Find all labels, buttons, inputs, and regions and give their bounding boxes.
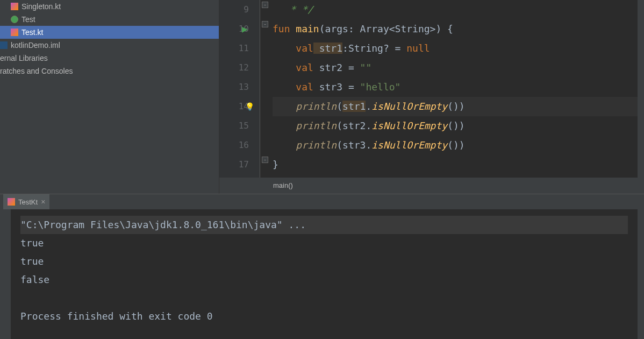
file-label: ernal Libraries bbox=[0, 54, 48, 62]
fold-down-icon[interactable]: - bbox=[262, 21, 268, 27]
run-tabs: TestKt × bbox=[0, 194, 644, 209]
run-gutter-icon[interactable]: ▶ bbox=[242, 19, 248, 39]
external-libraries[interactable]: ernal Libraries bbox=[0, 52, 219, 65]
gutter-line: 12 bbox=[219, 58, 249, 77]
breadcrumb-item[interactable]: main() bbox=[273, 181, 293, 189]
gutter-line: 16 bbox=[219, 136, 249, 155]
gutter-line: 13 bbox=[219, 77, 249, 97]
fold-up-icon[interactable]: - bbox=[262, 157, 268, 163]
iml-file-icon bbox=[0, 41, 8, 49]
file-label: ratches and Consoles bbox=[0, 67, 73, 75]
close-tab-icon[interactable]: × bbox=[41, 197, 45, 206]
run-panel: TestKt × "C:\Program Files\Java\jdk1.8.0… bbox=[0, 194, 644, 339]
gutter-line: 9 bbox=[219, 0, 249, 19]
code-line: println(str3.isNullOrEmpty()) bbox=[273, 136, 638, 155]
top-section: Singleton.kt Test Test.kt kotlinDemo.iml… bbox=[0, 0, 644, 194]
run-tab-label: TestKt bbox=[18, 198, 38, 206]
console-output[interactable]: "C:\Program Files\Java\jdk1.8.0_161\bin\… bbox=[11, 209, 638, 339]
code-line: println(str2.isNullOrEmpty()) bbox=[273, 116, 638, 136]
console-exit-line: Process finished with exit code 0 bbox=[20, 307, 628, 326]
file-label: Singleton.kt bbox=[22, 2, 61, 11]
fold-up-icon[interactable]: - bbox=[262, 2, 268, 8]
file-label: kotlinDemo.iml bbox=[11, 41, 60, 50]
gutter-line: 10▶ bbox=[219, 19, 249, 39]
kotlin-run-icon bbox=[8, 198, 15, 206]
file-label: Test bbox=[22, 15, 35, 24]
file-item-test[interactable]: Test bbox=[0, 13, 219, 26]
console-line: true bbox=[20, 252, 628, 271]
console-line bbox=[20, 289, 628, 307]
gutter-line: 11 bbox=[219, 39, 249, 58]
kotlin-class-icon bbox=[11, 16, 18, 23]
kotlin-file-icon bbox=[11, 29, 18, 36]
line-gutter[interactable]: 9 10▶ 11 12 13 14💡 15 16 17 bbox=[219, 0, 260, 178]
run-tab-testkt[interactable]: TestKt × bbox=[3, 194, 49, 209]
code-line: val str2 = "" bbox=[273, 58, 638, 77]
code-content[interactable]: * */ fun main(args: Array<String>) { val… bbox=[269, 0, 638, 178]
console-scrollbar[interactable] bbox=[638, 209, 644, 339]
gutter-line: 17 bbox=[219, 155, 249, 174]
gutter-line: 15 bbox=[219, 116, 249, 136]
console-line: true bbox=[20, 234, 628, 252]
code-line: fun main(args: Array<String>) { bbox=[273, 19, 638, 39]
file-item-iml[interactable]: kotlinDemo.iml bbox=[0, 39, 219, 52]
editor-area: 9 10▶ 11 12 13 14💡 15 16 17 - - - * */ f… bbox=[219, 0, 644, 194]
console-toolbar[interactable] bbox=[0, 209, 11, 339]
code-line: } bbox=[273, 155, 638, 174]
code-line: * */ bbox=[273, 0, 638, 19]
scratches-consoles[interactable]: ratches and Consoles bbox=[0, 65, 219, 77]
file-label: Test.kt bbox=[22, 28, 43, 37]
code-line: val str1:String? = null bbox=[273, 39, 638, 58]
editor-scrollbar[interactable] bbox=[638, 0, 644, 178]
console-line: false bbox=[20, 271, 628, 289]
gutter-line: 14💡 bbox=[219, 97, 249, 116]
kotlin-file-icon bbox=[11, 3, 18, 10]
fold-column[interactable]: - - - bbox=[260, 0, 269, 178]
project-sidebar[interactable]: Singleton.kt Test Test.kt kotlinDemo.iml… bbox=[0, 0, 219, 194]
code-section: 9 10▶ 11 12 13 14💡 15 16 17 - - - * */ f… bbox=[219, 0, 644, 178]
console: "C:\Program Files\Java\jdk1.8.0_161\bin\… bbox=[0, 209, 644, 339]
console-cmd-line: "C:\Program Files\Java\jdk1.8.0_161\bin\… bbox=[20, 216, 628, 234]
intention-bulb-icon[interactable]: 💡 bbox=[245, 97, 254, 116]
file-item-singleton[interactable]: Singleton.kt bbox=[0, 0, 219, 13]
code-line-current: println(str1.isNullOrEmpty()) bbox=[273, 97, 638, 116]
file-item-testkt[interactable]: Test.kt bbox=[0, 26, 219, 39]
code-line: val str3 = "hello" bbox=[273, 77, 638, 97]
breadcrumb[interactable]: main() bbox=[219, 178, 644, 194]
